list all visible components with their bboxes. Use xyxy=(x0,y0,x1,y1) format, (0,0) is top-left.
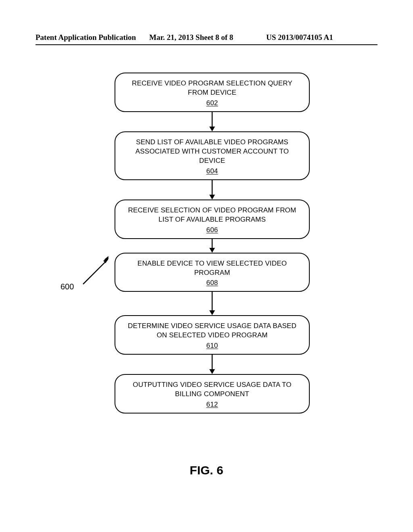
flow-step-text: SEND LIST OF AVAILABLE VIDEO PROGRAMS AS… xyxy=(125,138,299,166)
flow-step: ENABLE DEVICE TO VIEW SELECTED VIDEO PRO… xyxy=(115,253,310,292)
diagram-ref-label: 600 xyxy=(60,282,74,291)
flow-step-ref: 610 xyxy=(125,342,299,350)
flow-step: OUTPUTTING VIDEO SERVICE USAGE DATA TO B… xyxy=(115,374,310,414)
flow-arrow xyxy=(115,292,310,315)
flow-step-text: DETERMINE VIDEO SERVICE USAGE DATA BASED… xyxy=(125,322,299,340)
flow-step-text: RECEIVE SELECTION OF VIDEO PROGRAM FROM … xyxy=(125,206,299,224)
flow-step-text: RECEIVE VIDEO PROGRAM SELECTION QUERY FR… xyxy=(125,79,299,98)
ref-pointer-arrow xyxy=(79,252,115,290)
header-sheet: Mar. 21, 2013 Sheet 8 of 8 xyxy=(149,33,233,42)
flow-step-text: OUTPUTTING VIDEO SERVICE USAGE DATA TO B… xyxy=(125,380,299,399)
flow-arrow xyxy=(115,112,310,131)
flow-step-ref: 612 xyxy=(125,401,299,409)
patent-page: Patent Application Publication Mar. 21, … xyxy=(0,0,413,532)
header-rule xyxy=(35,44,378,45)
flow-arrow xyxy=(115,239,310,253)
svg-marker-12 xyxy=(209,369,215,374)
flow-step: RECEIVE SELECTION OF VIDEO PROGRAM FROM … xyxy=(115,200,310,239)
flow-step: DETERMINE VIDEO SERVICE USAGE DATA BASED… xyxy=(115,315,310,355)
svg-marker-6 xyxy=(209,195,215,200)
flow-step-ref: 602 xyxy=(125,99,299,107)
flow-step: SEND LIST OF AVAILABLE VIDEO PROGRAMS AS… xyxy=(115,131,310,180)
figure-caption: FIG. 6 xyxy=(0,463,413,477)
flowchart: RECEIVE VIDEO PROGRAM SELECTION QUERY FR… xyxy=(115,73,310,414)
flow-arrow xyxy=(115,180,310,200)
svg-line-0 xyxy=(83,260,107,284)
svg-marker-8 xyxy=(209,248,215,253)
flow-step-ref: 608 xyxy=(125,279,299,287)
flow-step-ref: 606 xyxy=(125,226,299,234)
svg-marker-10 xyxy=(209,310,215,315)
flow-step: RECEIVE VIDEO PROGRAM SELECTION QUERY FR… xyxy=(115,73,310,112)
flow-arrow xyxy=(115,355,310,374)
header-docnumber: US 2013/0074105 A1 xyxy=(266,33,333,42)
header-publication: Patent Application Publication xyxy=(35,33,136,42)
flow-step-text: ENABLE DEVICE TO VIEW SELECTED VIDEO PRO… xyxy=(125,259,299,278)
svg-marker-4 xyxy=(209,127,215,131)
flow-step-ref: 604 xyxy=(125,167,299,175)
